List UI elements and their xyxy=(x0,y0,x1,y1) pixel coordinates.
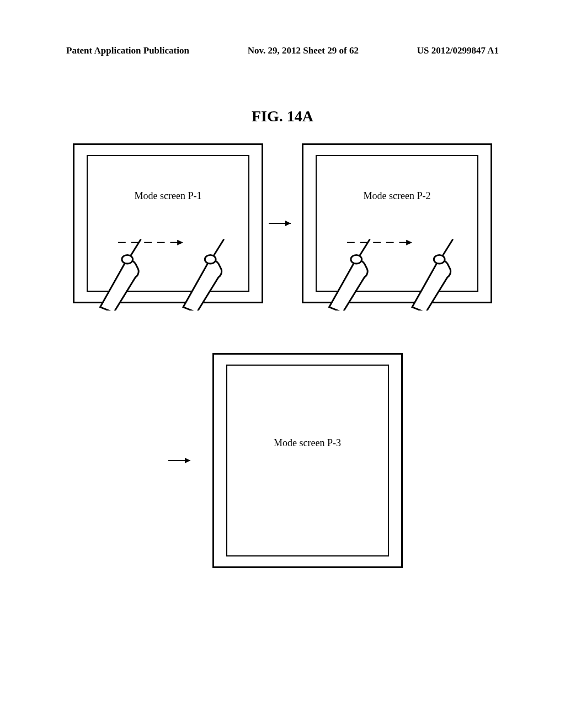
page-header: Patent Application Publication Nov. 29, … xyxy=(0,45,565,56)
device-panel-p2: Mode screen P-2 xyxy=(302,143,492,303)
figure-title: FIG. 14A xyxy=(252,108,313,125)
header-center: Nov. 29, 2012 Sheet 29 of 62 xyxy=(248,45,359,56)
svg-marker-11 xyxy=(185,458,190,463)
screen-p3: Mode screen P-3 xyxy=(226,365,389,556)
transition-arrow-1 xyxy=(263,218,302,229)
figure-row-1: Mode screen P-1 xyxy=(0,143,565,303)
device-panel-p1: Mode screen P-1 xyxy=(73,143,263,303)
screen-p2: Mode screen P-2 xyxy=(316,155,478,292)
transition-arrow-2 xyxy=(163,455,201,466)
screen-label-p3: Mode screen P-3 xyxy=(274,437,341,449)
screen-label-p1: Mode screen P-1 xyxy=(135,190,202,202)
screen-label-p2: Mode screen P-2 xyxy=(364,190,431,202)
screen-p1: Mode screen P-1 xyxy=(87,155,249,292)
svg-marker-5 xyxy=(285,221,291,226)
header-left: Patent Application Publication xyxy=(66,45,189,56)
figure-row-2: Mode screen P-3 xyxy=(0,353,565,568)
device-panel-p3: Mode screen P-3 xyxy=(212,353,403,568)
header-right: US 2012/0299847 A1 xyxy=(417,45,499,56)
